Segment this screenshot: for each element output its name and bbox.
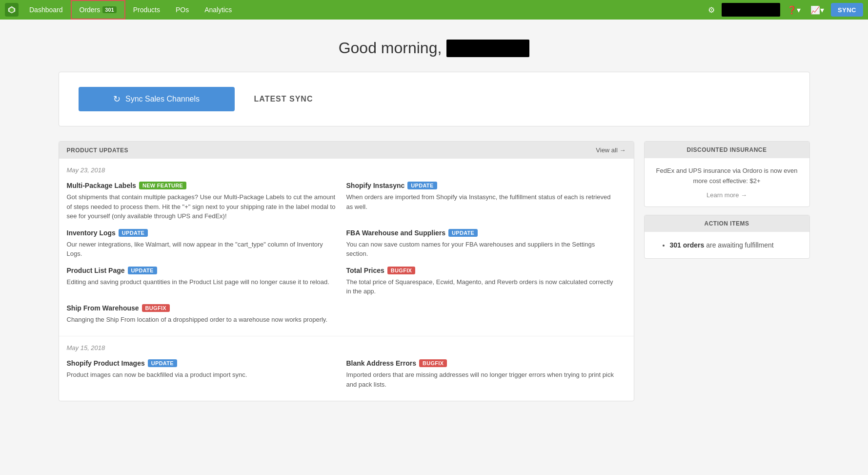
nav-orders-label: Orders [80,6,101,14]
nav-item-analytics[interactable]: Analytics [197,0,240,20]
badge-new-feature: NEW FEATURE [139,182,186,189]
action-items-body: 301 orders are awaiting fulfillment [645,232,809,258]
update-group-2: Shopify Product Images UPDATE Product im… [59,355,634,401]
sync-sales-channels-button[interactable]: ↻ Sync Sales Channels [79,87,235,111]
insurance-card-text: FedEx and UPS insurance via Ordoro is no… [652,166,802,186]
update-item-body: Changing the Ship From location of a dro… [67,315,339,325]
update-item-body: Imported orders that are missing address… [346,370,618,389]
badge-update: UPDATE [128,267,157,274]
badge-update: UPDATE [119,229,148,237]
update-item-title: Inventory Logs UPDATE [67,229,339,237]
right-column: DISCOUNTED INSURANCE FedEx and UPS insur… [644,141,810,267]
update-group-1: Multi-Package Labels NEW FEATURE Got shi… [59,178,634,336]
main-content: Good morning, ↻ Sync Sales Channels LATE… [44,20,825,411]
product-updates-title: PRODUCT UPDATES [67,147,129,154]
badge-bugfix: BUGFIX [142,304,170,312]
update-date-1: May 23, 2018 [59,159,634,178]
update-item-body: Product images can now be backfilled via… [67,370,339,380]
insurance-card-title: DISCOUNTED INSURANCE [652,146,802,153]
two-column-layout: PRODUCT UPDATES View all → May 23, 2018 … [59,141,810,401]
update-item-ship-from: Ship From Warehouse BUGFIX Changing the … [67,300,346,329]
update-item-total-prices: Total Prices BUGFIX The total price of S… [346,263,626,300]
nav-item-pos[interactable]: POs [168,0,197,20]
nav-item-orders[interactable]: Orders 301 [71,0,125,20]
update-item-placeholder [346,300,626,329]
update-item-product-list-page: Product List Page UPDATE Editing and sav… [67,263,346,300]
update-item-shopify-images: Shopify Product Images UPDATE Product im… [67,355,346,393]
sync-icon: ↻ [113,94,121,104]
latest-sync-label: LATEST SYNC [254,95,313,103]
update-item-title: Shopify Instasync UPDATE [346,182,618,189]
action-items-title: ACTION ITEMS [652,220,802,227]
action-item-count: 301 orders [670,241,705,249]
nav-links: Dashboard Orders 301 Products POs Analyt… [21,0,705,20]
nav-right: ⚙ ❓▾ 📈▾ SYNC [705,3,863,17]
product-updates-card: PRODUCT UPDATES View all → May 23, 2018 … [59,141,634,401]
update-item-title: Product List Page UPDATE [67,267,339,274]
logo[interactable] [5,3,19,17]
product-updates-section: PRODUCT UPDATES View all → May 23, 2018 … [59,141,634,401]
update-item-body: The total price of Squarespace, Ecwid, M… [346,277,618,296]
update-item-body: When orders are imported from Shopify vi… [346,192,618,211]
update-item-blank-address: Blank Address Errors BUGFIX Imported ord… [346,355,626,393]
nav-sync-button[interactable]: SYNC [831,3,863,17]
update-item-multi-package: Multi-Package Labels NEW FEATURE Got shi… [67,178,346,225]
help-icon[interactable]: ❓▾ [784,5,804,15]
update-item-title: Shopify Product Images UPDATE [67,359,339,367]
settings-icon[interactable]: ⚙ [705,5,718,15]
orders-badge: 301 [102,6,116,13]
badge-update: UPDATE [148,359,177,367]
update-item-title: Ship From Warehouse BUGFIX [67,304,339,312]
update-item-body: Editing and saving product quantities in… [67,277,339,287]
badge-update: UPDATE [448,229,478,237]
greeting-text: Good morning, [339,39,442,57]
navbar: Dashboard Orders 301 Products POs Analyt… [0,0,868,20]
greeting-username [446,40,529,57]
nav-item-products[interactable]: Products [125,0,168,20]
badge-update: UPDATE [407,182,437,189]
greeting: Good morning, [59,39,810,57]
insurance-learn-more-link[interactable]: Learn more → [652,191,802,199]
update-item-body: Our newer integrations, like Walmart, wi… [67,240,339,259]
action-items-card: ACTION ITEMS 301 orders are awaiting ful… [644,215,810,259]
product-updates-header: PRODUCT UPDATES View all → [59,142,634,159]
insurance-card: DISCOUNTED INSURANCE FedEx and UPS insur… [644,141,810,207]
user-name-block [722,3,780,17]
action-item-text: are awaiting fulfillment [704,241,773,249]
insurance-card-header: DISCOUNTED INSURANCE [645,142,809,158]
badge-bugfix: BUGFIX [419,359,447,367]
update-item-title: Total Prices BUGFIX [346,267,618,274]
sync-card: ↻ Sync Sales Channels LATEST SYNC [59,72,810,126]
insurance-card-body: FedEx and UPS insurance via Ordoro is no… [645,158,809,207]
sync-button-label: Sync Sales Channels [125,95,200,103]
update-item-title: Blank Address Errors BUGFIX [346,359,618,367]
view-all-link[interactable]: View all → [596,146,626,154]
update-item-inventory-logs: Inventory Logs UPDATE Our newer integrat… [67,225,346,263]
update-date-2: May 15, 2018 [59,336,634,355]
update-item-fba-warehouse: FBA Warehouse and Suppliers UPDATE You c… [346,225,626,263]
update-item-title: Multi-Package Labels NEW FEATURE [67,182,339,189]
update-item-shopify-instasync: Shopify Instasync UPDATE When orders are… [346,178,626,225]
badge-bugfix: BUGFIX [387,267,415,274]
update-item-body: Got shipments that contain multiple pack… [67,192,339,221]
update-item-title: FBA Warehouse and Suppliers UPDATE [346,229,618,237]
metrics-icon[interactable]: 📈▾ [807,5,827,15]
action-item-orders: 301 orders are awaiting fulfillment [670,240,800,250]
action-items-header: ACTION ITEMS [645,215,809,232]
update-item-body: You can now save custom names for your F… [346,240,618,259]
nav-item-dashboard[interactable]: Dashboard [21,0,71,20]
